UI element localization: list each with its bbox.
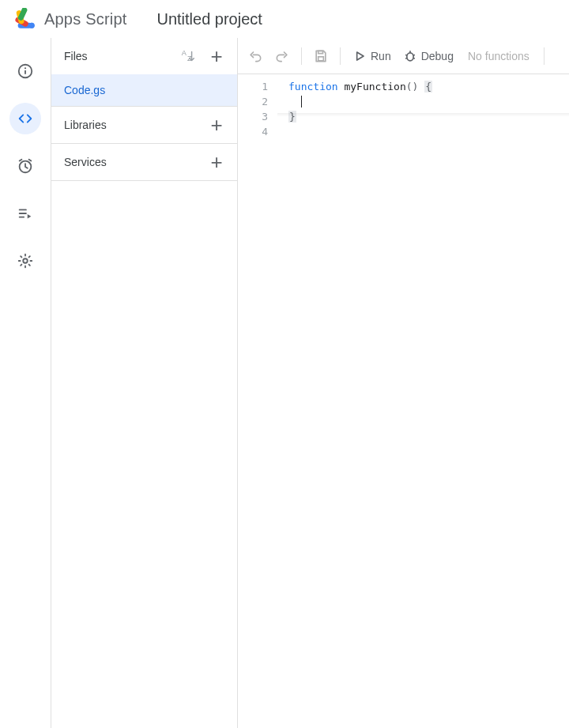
apps-script-logo-icon [14,8,36,30]
function-select[interactable]: No functions [460,42,537,70]
toolbar-separator [301,47,302,65]
add-service-button[interactable]: + [204,149,229,175]
toolbar-separator [340,47,341,65]
run-label: Run [371,50,391,62]
debug-button[interactable]: Debug [398,42,458,70]
code-icon [17,110,34,127]
editor-area: Run Debug No functions 1 2 3 4 function … [238,38,569,728]
svg-line-25 [413,55,415,55]
code-line [288,124,569,139]
code-line [288,94,569,109]
libraries-section-header: Libraries + [51,107,237,143]
svg-rect-19 [318,56,324,60]
services-section-header: Services + [51,144,237,180]
svg-point-22 [407,52,413,60]
svg-line-26 [405,58,407,58]
add-file-button[interactable]: + [204,43,229,69]
plus-icon: + [210,152,222,172]
gear-icon [17,252,34,270]
debug-icon [402,48,418,64]
libraries-label: Libraries [64,119,107,131]
editor-shadow [277,113,569,117]
svg-point-8 [24,67,26,69]
plus-icon: + [210,46,222,66]
code-content[interactable]: function myFunction() { } [277,79,569,728]
undo-button[interactable] [243,42,268,70]
brand-label: Apps Script [44,10,126,28]
svg-marker-21 [357,52,364,60]
svg-text:A: A [182,49,187,57]
svg-marker-15 [28,214,32,219]
add-library-button[interactable]: + [204,112,229,138]
function-select-label: No functions [468,50,529,62]
files-label: Files [64,50,88,62]
debug-label: Debug [421,50,454,62]
line-number: 1 [238,79,268,94]
svg-point-16 [23,258,28,263]
code-line: function myFunction() { [288,79,569,94]
nav-executions[interactable] [9,198,41,229]
line-number: 2 [238,94,268,109]
save-button[interactable] [308,42,333,70]
svg-line-10 [20,160,22,161]
line-number: 4 [238,124,268,139]
svg-line-24 [405,55,407,55]
nav-editor[interactable] [9,103,41,134]
svg-rect-20 [318,51,323,53]
sort-az-icon: AZ [179,47,197,65]
svg-line-11 [29,160,32,161]
files-section-header: Files AZ + [51,38,237,74]
undo-icon [247,48,263,64]
executions-icon [17,205,34,222]
editor-toolbar: Run Debug No functions [238,38,569,74]
play-icon [352,48,367,64]
nav-rail [0,38,51,728]
svg-line-27 [413,58,415,58]
file-item-code-gs[interactable]: Code.gs [51,74,237,106]
toolbar-separator [544,47,545,65]
line-gutter: 1 2 3 4 [238,79,277,728]
redo-button[interactable] [269,42,295,70]
services-label: Services [64,156,107,168]
project-title[interactable]: Untitled project [156,10,262,28]
nav-overview[interactable] [9,55,41,87]
nav-triggers[interactable] [9,150,41,182]
code-editor[interactable]: 1 2 3 4 function myFunction() { } [238,74,569,728]
sort-files-button[interactable]: AZ [175,43,201,69]
plus-icon: + [210,115,222,135]
redo-icon [274,48,290,64]
svg-point-2 [29,23,35,28]
run-button[interactable]: Run [347,42,396,70]
header: Apps Script Untitled project [0,0,569,38]
alarm-icon [17,157,34,175]
nav-settings[interactable] [9,245,41,277]
sidebar: Files AZ + Code.gs Libraries + Services [51,38,238,728]
line-number: 3 [238,109,268,124]
info-icon [17,62,34,80]
text-cursor [301,96,302,108]
save-icon [313,48,329,64]
